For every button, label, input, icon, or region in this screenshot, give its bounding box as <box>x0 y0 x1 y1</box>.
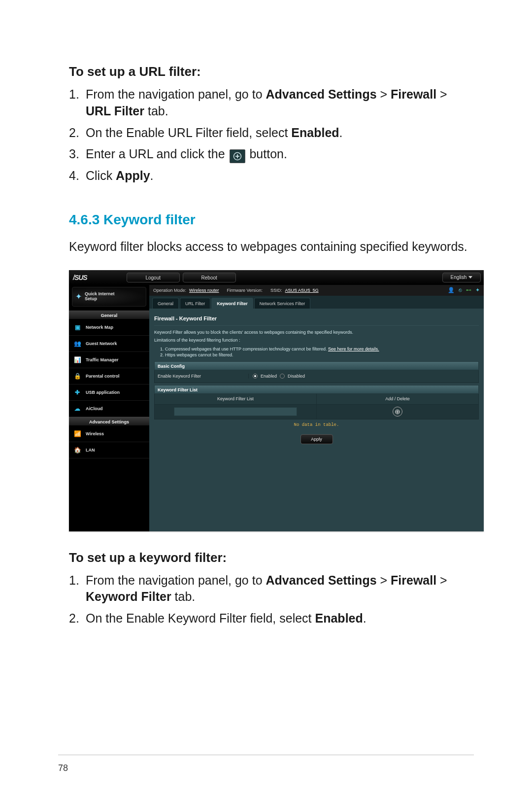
language-label: English <box>451 273 467 282</box>
section-title: 4.6.3 Keyword filter <box>69 212 474 228</box>
status-icon-4: ✦ <box>475 287 480 293</box>
text: . <box>339 126 343 139</box>
router-screenshot: /SUS Logout Reboot English ✦ Quick Inter… <box>69 270 484 531</box>
limitations-list: Compressed webpages that use HTTP compre… <box>165 347 479 357</box>
nav-label: LAN <box>86 448 95 453</box>
usb-application-icon: ✚ <box>73 388 82 397</box>
operation-mode-label: Operation Mode: <box>153 288 186 293</box>
language-dropdown[interactable]: English <box>442 273 481 282</box>
text-bold: Enabled <box>291 126 339 139</box>
heading-url-filter: To set up a URL filter: <box>69 64 474 79</box>
footer-divider <box>58 755 474 755</box>
sidebar-item-lan[interactable]: 🏠LAN <box>69 442 149 458</box>
see-more-link[interactable]: See here for more details. <box>328 347 379 351</box>
text: Click <box>86 169 116 182</box>
sidebar-item-traffic-manager[interactable]: 📊Traffic Manager <box>69 352 149 368</box>
text: tab. <box>171 590 196 603</box>
add-button[interactable]: ⊕ <box>393 407 402 417</box>
text-bold: Advanced Settings <box>266 573 377 587</box>
parental-control-icon: 🔒 <box>73 372 82 381</box>
logout-button[interactable]: Logout <box>127 273 180 282</box>
limitation-item: Https webpages cannot be filtered. <box>165 352 479 357</box>
sidebar-item-wireless[interactable]: 📶Wireless <box>69 426 149 442</box>
apply-button[interactable]: Apply <box>300 434 333 444</box>
wireless-icon: 📶 <box>73 429 82 438</box>
nav-label: Network Map <box>86 325 113 330</box>
text-bold: Keyword Filter <box>86 590 171 603</box>
top-bar: /SUS Logout Reboot English <box>69 270 484 285</box>
text: On the Enable Keyword Filter field, sele… <box>86 611 315 625</box>
tab-general[interactable]: General <box>152 298 179 309</box>
status-bar: Operation Mode: Wireless router Firmware… <box>149 285 484 296</box>
tab-network-services-filter[interactable]: Network Services Filter <box>254 298 311 309</box>
text-bold: Firewall <box>391 573 436 587</box>
operation-mode-value[interactable]: Wireless router <box>189 288 219 293</box>
page-number: 78 <box>58 763 68 773</box>
url-filter-steps: From the navigation panel, go to Advance… <box>69 86 474 184</box>
keyword-input[interactable] <box>174 407 297 416</box>
text-bold: Enabled <box>315 611 363 625</box>
row-enable-keyword-filter: Enable Keyword Filter Enabled Disabled <box>154 370 479 383</box>
text-bold: Firewall <box>391 87 436 101</box>
text: > <box>436 87 447 101</box>
tab-url-filter[interactable]: URL Filter <box>180 298 210 309</box>
radio-enabled[interactable] <box>253 374 258 379</box>
heading-keyword-filter: To set up a keyword filter: <box>69 550 474 565</box>
sidebar-item-aicloud[interactable]: ☁AiCloud <box>69 401 149 417</box>
asus-logo: /SUS <box>73 274 87 281</box>
status-icon-2: ⎋ <box>459 287 462 293</box>
text: Enter a URL and click the <box>86 147 229 161</box>
chevron-down-icon <box>468 276 472 279</box>
nav-label: Guest Network <box>86 341 117 346</box>
network-map-icon: ▣ <box>73 323 82 332</box>
text: . <box>150 169 154 182</box>
panel-title: Firewall - Keyword Filter <box>154 313 479 326</box>
reboot-button[interactable]: Reboot <box>183 273 236 282</box>
ssid-value[interactable]: ASUS ASUS_5G <box>285 288 319 293</box>
plus-icon <box>230 149 245 163</box>
tab-bar: General URL Filter Keyword Filter Networ… <box>149 296 484 309</box>
text: button. <box>249 147 287 161</box>
sidebar-item-parental-control[interactable]: 🔒Parental control <box>69 368 149 384</box>
table-input-row: ⊕ <box>154 405 479 419</box>
qis-line2: Setup <box>85 296 97 301</box>
main-panel: Operation Mode: Wireless router Firmware… <box>149 285 484 531</box>
section-description: Keyword filter blocks access to webpages… <box>69 239 474 255</box>
sparkle-icon: ✦ <box>75 292 82 301</box>
nav-label: Wireless <box>86 431 104 436</box>
enable-filter-label: Enable Keyword Filter <box>155 374 248 379</box>
text: > <box>436 573 447 587</box>
limitation-item: Compressed webpages that use HTTP compre… <box>165 347 328 351</box>
nav-label: AiCloud <box>86 406 103 411</box>
nav-label: USB application <box>86 390 120 395</box>
quick-internet-setup[interactable]: ✦ Quick InternetSetup <box>72 287 146 307</box>
status-icon-usb: ⊷ <box>466 287 471 293</box>
text: On the Enable URL Filter field, select <box>86 126 291 139</box>
status-icon-1: 👤 <box>448 287 455 293</box>
text-bold: URL Filter <box>86 104 144 118</box>
firmware-version-label: Firmware Version: <box>227 288 263 293</box>
radio-disabled-label: Disabled <box>288 374 305 379</box>
sidebar-item-network-map[interactable]: ▣Network Map <box>69 319 149 336</box>
keyword-filter-steps: From the navigation panel, go to Advance… <box>69 572 474 627</box>
traffic-manager-icon: 📊 <box>73 355 82 364</box>
sidebar-item-guest-network[interactable]: 👥Guest Network <box>69 336 149 352</box>
guest-network-icon: 👥 <box>73 339 82 348</box>
text-bold: Apply <box>116 169 150 182</box>
text: tab. <box>144 104 168 118</box>
lan-icon: 🏠 <box>73 446 82 454</box>
tab-keyword-filter[interactable]: Keyword Filter <box>211 298 253 309</box>
radio-disabled[interactable] <box>280 374 285 379</box>
panel-description: Keyword Filter allows you to block the c… <box>154 326 479 337</box>
text: > <box>377 87 391 101</box>
sidebar: ✦ Quick InternetSetup General ▣Network M… <box>69 285 149 531</box>
sidebar-item-usb-application[interactable]: ✚USB application <box>69 384 149 401</box>
sidebar-category-general: General <box>69 311 149 319</box>
nav-label: Parental control <box>86 374 120 379</box>
no-data-message: No data in table. <box>154 419 479 432</box>
section-keyword-filter-list: Keyword Filter List <box>154 385 479 394</box>
text: From the navigation panel, go to <box>86 573 266 587</box>
qis-line1: Quick Internet <box>85 291 115 296</box>
text-bold: Advanced Settings <box>266 87 377 101</box>
sidebar-category-advanced: Advanced Settings <box>69 417 149 426</box>
